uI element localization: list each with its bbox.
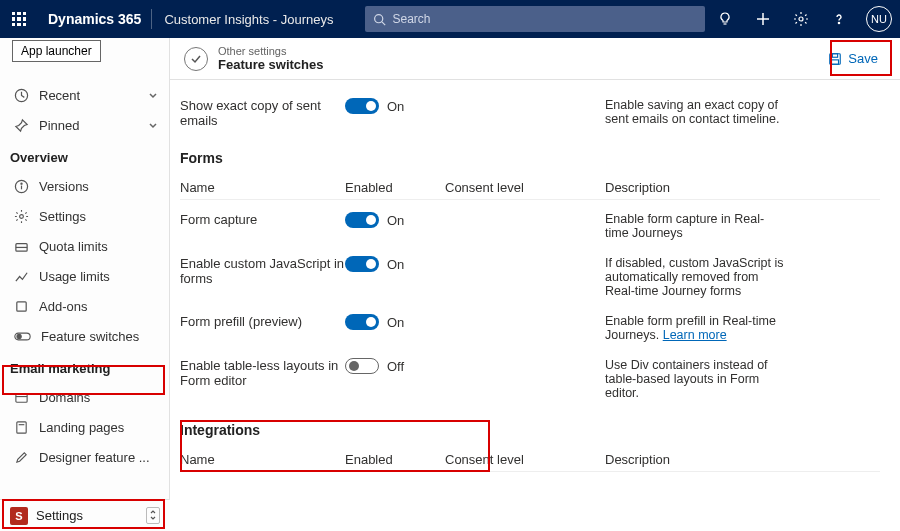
- chart-icon: [14, 269, 29, 284]
- nav-item-label: Usage limits: [39, 269, 110, 284]
- setting-row: Form prefill (preview) On Enable form pr…: [180, 306, 880, 350]
- col-name: Name: [180, 180, 345, 195]
- nav-pinned-label: Pinned: [39, 118, 79, 133]
- nav-item-label: Settings: [39, 209, 86, 224]
- gear-icon: [14, 209, 29, 224]
- toggle-state-label: On: [387, 315, 404, 330]
- pin-icon: [14, 118, 29, 133]
- nav-landing-pages[interactable]: Landing pages: [0, 412, 169, 442]
- app-launcher-button[interactable]: [0, 0, 38, 38]
- area-letter-icon: S: [10, 507, 28, 525]
- toggle-switch[interactable]: [345, 358, 379, 374]
- setting-row-tableless: Enable table-less layouts in Form editor…: [180, 350, 880, 408]
- page-icon: [14, 420, 29, 435]
- nav-item-label: Designer feature ...: [39, 450, 150, 465]
- setting-toggle[interactable]: On: [345, 256, 445, 272]
- nav-item-label: Feature switches: [41, 329, 139, 344]
- setting-description: Enable form capture in Real-time Journey…: [605, 212, 785, 240]
- puzzle-icon: [14, 299, 29, 314]
- lightbulb-button[interactable]: [706, 0, 744, 38]
- setting-row: Show exact copy of sent emails On Enable…: [180, 90, 880, 136]
- save-button[interactable]: Save: [820, 47, 886, 70]
- page-title: Feature switches: [218, 57, 324, 72]
- col-name: Name: [180, 452, 345, 467]
- toggle-state-label: On: [387, 257, 404, 272]
- nav-domains[interactable]: Domains: [0, 382, 169, 412]
- waffle-icon: [12, 12, 26, 26]
- toggle-switch[interactable]: [345, 98, 379, 114]
- area-changer-label: Settings: [36, 508, 83, 523]
- lightbulb-icon: [717, 11, 733, 27]
- toggle-switch[interactable]: [345, 212, 379, 228]
- toggle-state-label: On: [387, 213, 404, 228]
- svg-point-6: [838, 22, 839, 23]
- help-button[interactable]: [820, 0, 858, 38]
- add-button[interactable]: [744, 0, 782, 38]
- toggle-state-label: Off: [387, 359, 404, 374]
- svg-point-10: [21, 183, 22, 184]
- toggle-state-label: On: [387, 99, 404, 114]
- nav-usage-limits[interactable]: Usage limits: [0, 261, 169, 291]
- toggle-switch[interactable]: [345, 256, 379, 272]
- setting-description: Enable form prefill in Real-time Journey…: [605, 314, 785, 342]
- app-launcher-tooltip: App launcher: [12, 40, 101, 62]
- page-header: Other settings Feature switches Save: [170, 38, 900, 80]
- brand-label: Dynamics 365: [38, 11, 151, 27]
- app-name-label: Customer Insights - Journeys: [152, 12, 345, 27]
- globe-icon: [14, 390, 29, 405]
- svg-rect-17: [16, 393, 27, 401]
- nav-item-label: Versions: [39, 179, 89, 194]
- toggle-switch[interactable]: [345, 314, 379, 330]
- quota-icon: [14, 239, 29, 254]
- nav-settings[interactable]: Settings: [0, 201, 169, 231]
- setting-toggle[interactable]: Off: [345, 358, 445, 374]
- column-header-row: Name Enabled Consent level Description: [180, 448, 880, 472]
- setting-name: Form prefill (preview): [180, 314, 345, 329]
- svg-rect-19: [17, 421, 26, 432]
- search-placeholder: Search: [392, 12, 430, 26]
- setting-toggle[interactable]: On: [345, 98, 445, 114]
- svg-rect-14: [17, 301, 26, 310]
- nav-item-label: Quota limits: [39, 239, 108, 254]
- area-changer[interactable]: S Settings: [0, 499, 170, 531]
- column-header-row: Name Enabled Consent level Description: [180, 176, 880, 200]
- nav-section-email-marketing: Email marketing: [0, 351, 169, 382]
- section-heading-integrations: Integrations: [180, 422, 880, 438]
- setting-description: Use Div containers instead of table-base…: [605, 358, 785, 400]
- search-icon: [373, 13, 386, 26]
- nav-quota-limits[interactable]: Quota limits: [0, 231, 169, 261]
- save-button-label: Save: [848, 51, 878, 66]
- nav-pinned[interactable]: Pinned: [0, 110, 169, 140]
- nav-add-ons[interactable]: Add-ons: [0, 291, 169, 321]
- svg-line-1: [382, 21, 385, 24]
- col-enabled: Enabled: [345, 452, 445, 467]
- learn-more-link[interactable]: Learn more: [663, 328, 727, 342]
- nav-item-label: Add-ons: [39, 299, 87, 314]
- svg-point-16: [17, 334, 21, 338]
- nav-recent[interactable]: Recent: [0, 80, 169, 110]
- nav-item-label: Domains: [39, 390, 90, 405]
- setting-name: Enable table-less layouts in Form editor: [180, 358, 345, 388]
- check-icon: [189, 52, 203, 66]
- setting-row: Form capture On Enable form capture in R…: [180, 204, 880, 248]
- plus-icon: [755, 11, 771, 27]
- svg-point-11: [20, 214, 24, 218]
- pencil-icon: [14, 450, 29, 465]
- toggle-icon: [14, 329, 31, 344]
- settings-scroll-area[interactable]: Show exact copy of sent emails On Enable…: [170, 80, 900, 531]
- setting-toggle[interactable]: On: [345, 212, 445, 228]
- left-nav: Recent Pinned Overview Versions Settings…: [0, 38, 170, 531]
- nav-designer-feature[interactable]: Designer feature ...: [0, 442, 169, 472]
- nav-feature-switches[interactable]: Feature switches: [0, 321, 169, 351]
- user-avatar[interactable]: NU: [866, 6, 892, 32]
- setting-name: Enable custom JavaScript in forms: [180, 256, 345, 286]
- global-search-input[interactable]: Search: [365, 6, 705, 32]
- setting-toggle[interactable]: On: [345, 314, 445, 330]
- breadcrumb: Other settings: [218, 45, 324, 57]
- chevron-down-icon: [147, 119, 159, 131]
- col-description: Description: [605, 452, 785, 467]
- svg-rect-22: [833, 53, 838, 57]
- svg-point-5: [799, 17, 803, 21]
- nav-versions[interactable]: Versions: [0, 171, 169, 201]
- settings-gear-button[interactable]: [782, 0, 820, 38]
